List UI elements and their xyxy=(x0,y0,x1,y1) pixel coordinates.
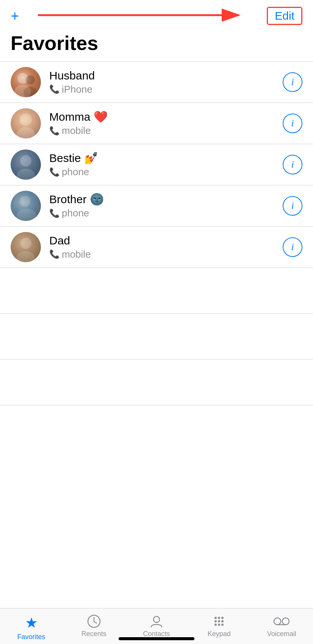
svg-point-25 xyxy=(218,624,220,626)
person-icon xyxy=(150,614,163,628)
empty-section-2 xyxy=(0,314,313,359)
info-button[interactable]: i xyxy=(283,72,302,92)
contact-info: Husband 📞 iPhone xyxy=(49,69,283,95)
contact-subtitle: 📞 phone xyxy=(49,207,283,219)
contact-name: Husband xyxy=(49,69,283,82)
avatar xyxy=(11,232,41,262)
contact-type: mobile xyxy=(62,125,91,137)
svg-point-10 xyxy=(20,196,30,207)
page-title: Favorites xyxy=(0,29,313,61)
list-item[interactable]: Brother 🌚 📞 phone i xyxy=(0,185,313,227)
contact-name: Brother 🌚 xyxy=(49,193,283,206)
avatar xyxy=(11,149,41,180)
tab-label: Recents xyxy=(81,630,106,638)
svg-point-24 xyxy=(214,624,217,626)
contact-name: Momma ❤️ xyxy=(49,110,283,123)
contact-type: phone xyxy=(62,166,89,178)
phone-icon: 📞 xyxy=(49,208,59,218)
svg-point-28 xyxy=(282,618,289,625)
list-item[interactable]: Husband 📞 iPhone i xyxy=(0,62,313,103)
svg-point-12 xyxy=(20,238,31,249)
star-icon: ★ xyxy=(25,614,38,631)
voicemail-icon xyxy=(273,614,290,628)
svg-point-11 xyxy=(17,209,36,221)
home-indicator xyxy=(119,637,194,640)
svg-line-16 xyxy=(94,622,97,623)
tab-keypad[interactable]: Keypad xyxy=(194,614,244,638)
tab-recents[interactable]: Recents xyxy=(69,614,119,638)
contact-subtitle: 📞 iPhone xyxy=(49,84,283,95)
svg-point-19 xyxy=(218,617,220,619)
tab-spacer xyxy=(0,451,313,511)
contact-info: Dad 📞 mobile xyxy=(49,234,283,260)
phone-icon: 📞 xyxy=(49,167,59,177)
svg-point-21 xyxy=(214,620,217,622)
phone-icon: 📞 xyxy=(49,84,59,94)
tab-contacts[interactable]: Contacts xyxy=(132,614,181,638)
tab-label: Keypad xyxy=(208,630,231,638)
svg-point-27 xyxy=(274,618,281,625)
contact-name: Dad xyxy=(49,234,283,247)
svg-point-7 xyxy=(17,127,35,138)
svg-point-13 xyxy=(17,251,35,262)
tab-label: Favorites xyxy=(17,633,45,641)
info-button[interactable]: i xyxy=(283,114,302,133)
list-item[interactable]: Momma ❤️ 📞 mobile i xyxy=(0,103,313,144)
tab-favorites[interactable]: ★ Favorites xyxy=(7,614,56,641)
avatar xyxy=(11,67,41,97)
contact-info: Brother 🌚 📞 phone xyxy=(49,193,283,219)
edit-button[interactable]: Edit xyxy=(267,7,302,25)
svg-point-17 xyxy=(153,616,160,622)
svg-point-22 xyxy=(218,620,220,622)
clock-icon xyxy=(87,614,101,628)
header: + Edit xyxy=(0,0,313,29)
svg-point-23 xyxy=(221,620,224,622)
contact-type: phone xyxy=(62,207,89,219)
phone-icon: 📞 xyxy=(49,249,59,259)
contact-subtitle: 📞 phone xyxy=(49,166,283,178)
grid-icon xyxy=(212,614,226,628)
contact-list: Husband 📞 iPhone i Momma ❤️ 📞 mobile i xyxy=(0,61,313,268)
svg-point-8 xyxy=(20,155,31,166)
contact-type: mobile xyxy=(62,249,91,260)
svg-point-6 xyxy=(20,114,32,126)
list-item[interactable]: Bestie 💅 📞 phone i xyxy=(0,144,313,185)
svg-point-26 xyxy=(221,624,224,626)
info-button[interactable]: i xyxy=(283,196,302,216)
info-button[interactable]: i xyxy=(283,155,302,174)
svg-point-9 xyxy=(17,169,35,180)
tab-voicemail[interactable]: Voicemail xyxy=(257,614,306,638)
svg-point-18 xyxy=(214,617,217,619)
add-button[interactable]: + xyxy=(11,9,19,23)
tab-label: Contacts xyxy=(143,630,170,638)
phone-icon: 📞 xyxy=(49,126,59,136)
arrow-annotation xyxy=(34,5,246,25)
tab-label: Voicemail xyxy=(267,630,296,638)
empty-section-1 xyxy=(0,268,313,313)
svg-point-20 xyxy=(221,617,224,619)
list-item[interactable]: Dad 📞 mobile i xyxy=(0,227,313,268)
avatar xyxy=(11,191,41,221)
contact-info: Bestie 💅 📞 phone xyxy=(49,151,283,178)
contact-info: Momma ❤️ 📞 mobile xyxy=(49,110,283,137)
empty-section-3 xyxy=(0,359,313,405)
contact-name: Bestie 💅 xyxy=(49,151,283,165)
info-button[interactable]: i xyxy=(283,237,302,257)
avatar xyxy=(11,108,41,138)
contact-subtitle: 📞 mobile xyxy=(49,125,283,137)
empty-section-4 xyxy=(0,405,313,451)
contact-type: iPhone xyxy=(62,84,92,95)
svg-point-4 xyxy=(26,75,35,84)
contact-subtitle: 📞 mobile xyxy=(49,249,283,260)
